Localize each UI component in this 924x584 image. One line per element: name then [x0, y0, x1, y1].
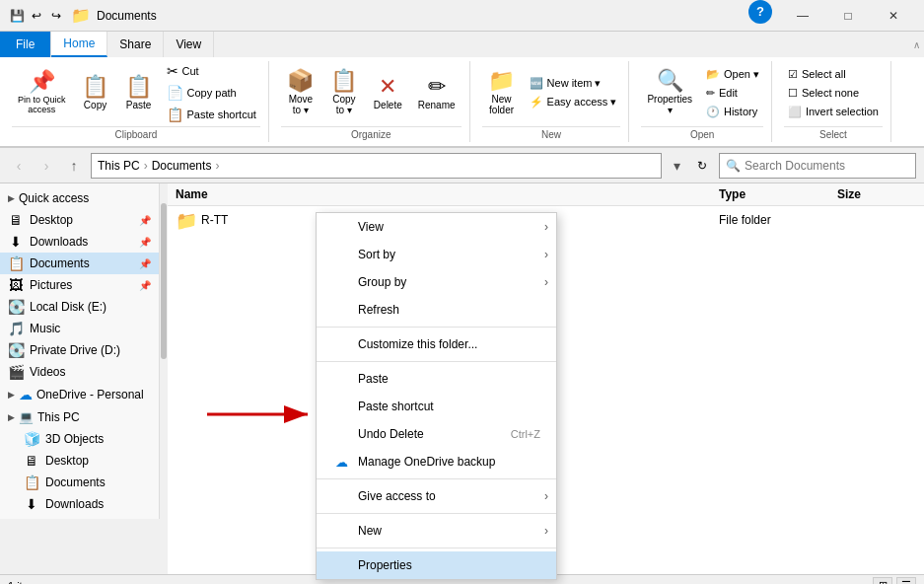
forward-button[interactable]: › [36, 155, 57, 177]
paste-shortcut-icon: 📋 [167, 107, 183, 122]
sidebar-this-pc-header[interactable]: ▶ 💻 This PC [0, 406, 159, 428]
select-none-button[interactable]: ☐ Select none [784, 85, 883, 102]
copy-to-button[interactable]: 📋 Copyto ▾ [324, 66, 364, 119]
ctx-new[interactable]: New [317, 517, 556, 545]
sidebar-item-videos[interactable]: 🎬 Videos [0, 361, 159, 383]
ctx-properties[interactable]: Properties [317, 551, 556, 579]
ctx-give-access[interactable]: Give access to [317, 482, 556, 510]
ctx-undo-delete[interactable]: Undo Delete Ctrl+Z [317, 420, 556, 448]
ctx-group-by[interactable]: Group by [317, 268, 556, 296]
pin-label: Pin to Quickaccess [18, 95, 66, 114]
paste-button[interactable]: 📋 Paste [119, 72, 159, 114]
sidebar-scrollbar-thumb[interactable] [161, 203, 167, 359]
save-btn[interactable]: 💾 [8, 7, 26, 25]
sidebar-item-downloads-pc[interactable]: ⬇ Downloads [0, 493, 159, 515]
ctx-view[interactable]: View [317, 213, 556, 241]
col-size: Size [837, 187, 916, 201]
copy-button-main[interactable]: 📋 Copy [76, 72, 115, 114]
search-bar[interactable]: 🔍 [719, 153, 916, 179]
open-button[interactable]: 📂 Open ▾ [702, 66, 763, 83]
easy-access-button[interactable]: ⚡ Easy access ▾ [526, 94, 621, 110]
history-button[interactable]: 🕐 History [702, 104, 763, 120]
up-button[interactable]: ↑ [63, 155, 85, 177]
maximize-button[interactable]: □ [825, 0, 871, 32]
organize-buttons: 📦 Moveto ▾ 📋 Copyto ▾ ✕ Delete ✏ Rename [281, 61, 462, 124]
quick-access-buttons: 💾 ↩ ↪ [8, 7, 65, 25]
rename-button[interactable]: ✏ Rename [412, 72, 462, 114]
ctx-paste-shortcut[interactable]: Paste shortcut [317, 393, 556, 420]
search-input[interactable] [745, 159, 909, 173]
ctx-refresh-label: Refresh [358, 303, 540, 317]
ctx-refresh[interactable]: Refresh [317, 296, 556, 324]
delete-button[interactable]: ✕ Delete [368, 72, 408, 114]
pin-to-quick-access-button[interactable]: 📌 Pin to Quickaccess [12, 67, 72, 118]
address-bar[interactable]: This PC › Documents › [91, 153, 662, 179]
open-label: Open [641, 126, 763, 142]
paste-shortcut-button[interactable]: 📋 Paste shortcut [163, 105, 260, 124]
ctx-sep-3 [317, 478, 556, 479]
properties-button[interactable]: 🔍 Properties▾ [641, 66, 698, 119]
sidebar-item-desktop[interactable]: 🖥 Desktop 📌 [0, 209, 159, 231]
sidebar-item-documents[interactable]: 📋 Documents 📌 [0, 253, 159, 274]
move-to-button[interactable]: 📦 Moveto ▾ [281, 66, 320, 119]
sidebar-onedrive[interactable]: ▶ ☁ OneDrive - Personal [0, 383, 159, 406]
ctx-paste[interactable]: Paste [317, 365, 556, 393]
cut-button[interactable]: ✂ Cut [163, 61, 260, 81]
dropdown-button[interactable]: ▾ [668, 155, 685, 177]
copy-path-button[interactable]: 📄 Copy path [163, 83, 260, 103]
sidebar-item-documents-pc[interactable]: 📋 Documents [0, 472, 159, 493]
tab-home[interactable]: Home [51, 32, 107, 57]
ribbon-group-open: 🔍 Properties▾ 📂 Open ▾ ✏ Edit 🕐 History [633, 61, 772, 142]
open-icon: 📂 [706, 68, 720, 81]
sidebar-scrollbar[interactable] [160, 183, 168, 574]
file-list-header: Name Type Size [168, 183, 924, 206]
paste-label: Paste [126, 100, 152, 110]
ribbon-group-clipboard: 📌 Pin to Quickaccess 📋 Copy 📋 Paste ✂ [4, 61, 269, 142]
onedrive-icon: ☁ [19, 387, 33, 402]
sidebar-item-pictures[interactable]: 🖼 Pictures 📌 [0, 274, 159, 296]
ctx-sort-by[interactable]: Sort by [317, 241, 556, 268]
sidebar-item-music[interactable]: 🎵 Music [0, 318, 159, 339]
edit-button[interactable]: ✏ Edit [702, 85, 763, 102]
tab-share[interactable]: Share [107, 32, 164, 57]
undo-btn[interactable]: ↩ [28, 7, 45, 25]
downloads-pin: 📌 [139, 237, 151, 248]
select-all-button[interactable]: ☑ Select all [784, 66, 883, 83]
sidebar-quick-access-header[interactable]: ▶ Quick access [0, 187, 159, 209]
ctx-properties-icon [332, 556, 350, 574]
ribbon-collapse-btn[interactable]: ∧ [913, 39, 920, 50]
new-folder-button[interactable]: 📁 Newfolder [482, 66, 522, 119]
ctx-sep-4 [317, 513, 556, 514]
sidebar-item-desktop-pc[interactable]: 🖥 Desktop [0, 450, 159, 472]
ctx-undo-icon [332, 425, 350, 443]
minimize-button[interactable]: — [780, 0, 825, 32]
large-icons-view-button[interactable]: ⊞ [873, 577, 892, 585]
close-button[interactable]: ✕ [871, 0, 916, 32]
paste-icon: 📋 [125, 76, 152, 98]
pictures-pin: 📌 [139, 280, 151, 291]
ctx-onedrive[interactable]: ☁ Manage OneDrive backup [317, 448, 556, 475]
redo-btn[interactable]: ↪ [47, 7, 65, 25]
ctx-new-icon [332, 522, 350, 540]
refresh-button[interactable]: ↻ [691, 155, 713, 177]
ctx-group-label: Group by [358, 275, 540, 289]
back-button[interactable]: ‹ [8, 155, 30, 177]
select-none-icon: ☐ [788, 87, 798, 100]
new-item-button[interactable]: 🆕 New item ▾ [526, 75, 621, 92]
sidebar-item-3d-objects[interactable]: 🧊 3D Objects [0, 428, 159, 450]
open-buttons: 🔍 Properties▾ 📂 Open ▾ ✏ Edit 🕐 History [641, 61, 763, 124]
tab-view[interactable]: View [164, 32, 214, 57]
address-part-computer: This PC [98, 159, 140, 173]
documents-pc-icon: 📋 [24, 474, 39, 490]
window-title: Documents [97, 9, 157, 23]
details-view-button[interactable]: ☰ [896, 577, 916, 585]
invert-selection-button[interactable]: ⬜ Invert selection [784, 104, 883, 120]
sidebar-3d-objects-label: 3D Objects [45, 432, 151, 446]
sidebar-item-downloads[interactable]: ⬇ Downloads 📌 [0, 231, 159, 253]
ctx-paste-label: Paste [358, 372, 540, 386]
help-button[interactable]: ? [748, 0, 772, 24]
tab-file[interactable]: File [0, 32, 51, 57]
ctx-customize[interactable]: Customize this folder... [317, 330, 556, 358]
sidebar-item-local-disk-e[interactable]: 💽 Local Disk (E:) [0, 296, 159, 318]
sidebar-item-private-drive-d[interactable]: 💽 Private Drive (D:) [0, 339, 159, 361]
